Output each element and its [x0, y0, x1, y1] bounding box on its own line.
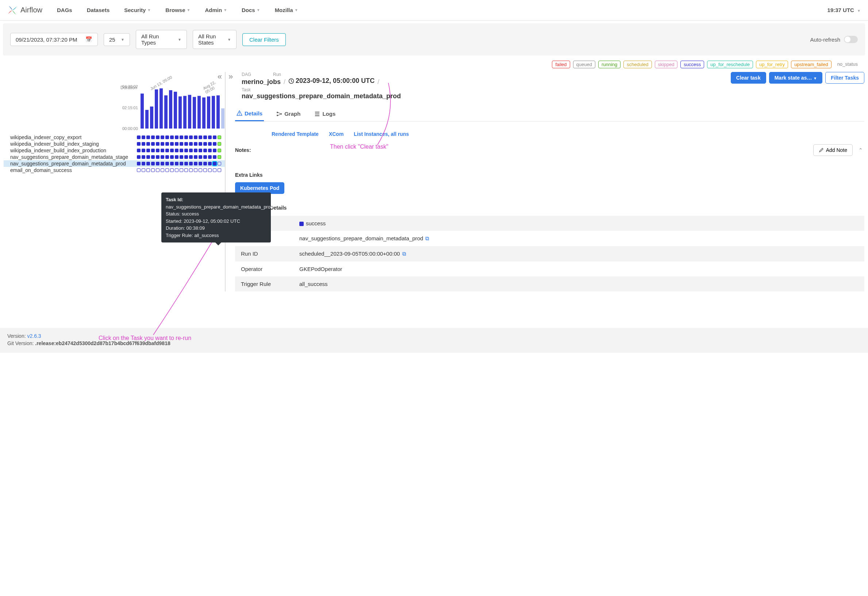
task-instance-cell[interactable]: [146, 142, 150, 146]
task-row[interactable]: wikipedia_indexer_build_index_production: [4, 147, 225, 154]
expand-right-icon[interactable]: »: [229, 72, 233, 81]
duration-bar[interactable]: [188, 95, 191, 129]
duration-bar[interactable]: [193, 97, 196, 129]
tab-graph[interactable]: Graph: [275, 107, 302, 121]
duration-bar[interactable]: [183, 96, 186, 129]
task-row[interactable]: wikipedia_indexer_build_index_staging: [4, 140, 225, 147]
run-types-select[interactable]: All Run Types ▼: [136, 30, 187, 49]
task-instance-cell[interactable]: [156, 136, 159, 139]
duration-bar[interactable]: [155, 89, 158, 129]
task-instance-cell[interactable]: [194, 136, 198, 139]
nav-dags[interactable]: DAGs: [57, 7, 72, 13]
filter-tasks-button[interactable]: Filter Tasks: [825, 72, 864, 84]
task-instance-cell[interactable]: [180, 149, 183, 152]
task-instance-cell[interactable]: [165, 142, 169, 146]
task-instance-cell[interactable]: [142, 162, 145, 166]
airflow-logo[interactable]: Airflow: [7, 5, 42, 15]
task-instance-cell[interactable]: [175, 169, 179, 172]
task-instance-cell[interactable]: [142, 169, 145, 172]
page-size-select[interactable]: 25 ▼: [104, 33, 130, 46]
task-instance-cell[interactable]: [161, 149, 164, 152]
task-instance-cell[interactable]: [161, 155, 164, 159]
task-instance-cell[interactable]: [156, 162, 159, 166]
task-instance-cell[interactable]: [180, 162, 183, 166]
nav-admin[interactable]: Admin: [205, 7, 227, 13]
task-instance-cell[interactable]: [213, 136, 217, 139]
duration-bar[interactable]: [169, 90, 172, 129]
task-instance-cell[interactable]: [151, 136, 155, 139]
task-instance-cell[interactable]: [213, 142, 217, 146]
copy-icon[interactable]: ⧉: [425, 235, 429, 241]
task-instance-cell[interactable]: [185, 169, 188, 172]
subtab-rendered-template[interactable]: Rendered Template: [272, 131, 319, 137]
task-instance-cell[interactable]: [137, 149, 140, 152]
legend-queued[interactable]: queued: [573, 61, 595, 68]
task-instance-cell[interactable]: [203, 155, 207, 159]
task-row[interactable]: email_on_domain_success: [4, 167, 225, 173]
task-instance-cell[interactable]: [175, 136, 179, 139]
task-instance-cell[interactable]: [189, 142, 193, 146]
task-row[interactable]: wikipedia_indexer_copy_export: [4, 134, 225, 140]
legend-success[interactable]: success: [681, 61, 704, 68]
task-instance-cell[interactable]: [156, 142, 159, 146]
task-instance-cell[interactable]: [185, 136, 188, 139]
task-instance-cell[interactable]: [137, 136, 140, 139]
task-instance-cell[interactable]: [151, 155, 155, 159]
task-instance-cell[interactable]: [146, 162, 150, 166]
task-instance-cell[interactable]: [165, 136, 169, 139]
task-instance-cell[interactable]: [217, 136, 221, 139]
task-instance-cell[interactable]: [217, 142, 221, 146]
task-instance-cell[interactable]: [208, 136, 212, 139]
task-instance-cell[interactable]: [161, 169, 164, 172]
datetime-picker[interactable]: 09/21/2023, 07:37:20 PM 📅: [10, 33, 98, 46]
task-instance-cell[interactable]: [170, 149, 174, 152]
task-instance-cell[interactable]: [146, 155, 150, 159]
task-instance-cell[interactable]: [203, 149, 207, 152]
kubernetes-pod-link[interactable]: Kubernetes Pod: [235, 182, 284, 194]
duration-bar[interactable]: [150, 106, 153, 129]
breadcrumb-dag[interactable]: merino_jobs: [242, 78, 281, 86]
legend-up_for_retry[interactable]: up_for_retry: [756, 61, 788, 68]
legend-failed[interactable]: failed: [552, 61, 570, 68]
duration-bar[interactable]: [217, 95, 220, 129]
task-instance-cell[interactable]: [142, 149, 145, 152]
task-instance-cell[interactable]: [189, 162, 193, 166]
task-instance-cell[interactable]: [175, 155, 179, 159]
task-instance-cell[interactable]: [165, 155, 169, 159]
legend-no_status[interactable]: no_status: [834, 61, 861, 68]
task-instance-cell[interactable]: [203, 162, 207, 166]
task-instance-cell[interactable]: [151, 142, 155, 146]
duration-bar[interactable]: [164, 95, 168, 129]
task-instance-cell[interactable]: [208, 149, 212, 152]
notes-collapse-icon[interactable]: ⌃: [859, 147, 863, 153]
task-instance-cell[interactable]: [142, 142, 145, 146]
task-instance-cell[interactable]: [165, 149, 169, 152]
task-instance-cell[interactable]: [189, 136, 193, 139]
task-instance-cell[interactable]: [137, 162, 140, 166]
duration-bar[interactable]: [145, 110, 149, 129]
task-instance-cell[interactable]: [146, 169, 150, 172]
add-note-button[interactable]: Add Note: [813, 144, 853, 156]
task-instance-cell[interactable]: [170, 169, 174, 172]
task-instance-cell[interactable]: [199, 149, 202, 152]
task-instance-cell[interactable]: [217, 155, 221, 159]
duration-bar[interactable]: [198, 96, 201, 129]
duration-bar[interactable]: [174, 92, 177, 129]
task-instance-cell[interactable]: [189, 155, 193, 159]
duration-bars[interactable]: 04:30:0202:15:0100:00:00: [7, 83, 226, 130]
nav-docs[interactable]: Docs: [242, 7, 260, 13]
task-instance-cell[interactable]: [217, 162, 221, 166]
task-instance-cell[interactable]: [194, 149, 198, 152]
legend-scheduled[interactable]: scheduled: [623, 61, 651, 68]
task-instance-cell[interactable]: [137, 142, 140, 146]
task-instance-cell[interactable]: [194, 162, 198, 166]
task-instance-cell[interactable]: [156, 155, 159, 159]
task-instance-cell[interactable]: [146, 136, 150, 139]
task-instance-cell[interactable]: [194, 142, 198, 146]
duration-bar[interactable]: [179, 96, 182, 129]
task-instance-cell[interactable]: [208, 162, 212, 166]
task-instance-cell[interactable]: [151, 169, 155, 172]
task-instance-cell[interactable]: [161, 136, 164, 139]
clear-filters-button[interactable]: Clear Filters: [242, 33, 286, 46]
legend-skipped[interactable]: skipped: [655, 61, 678, 68]
